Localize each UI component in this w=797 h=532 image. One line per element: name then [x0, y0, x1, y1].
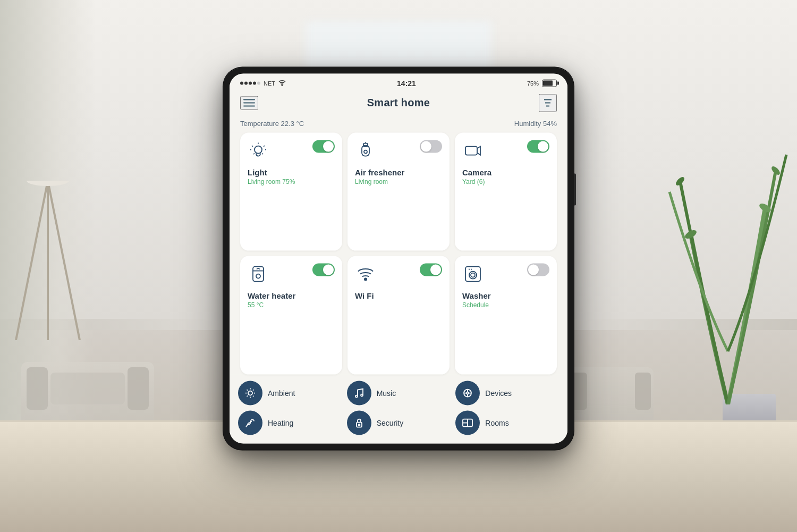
wifi-status-icon: [278, 79, 286, 87]
status-left: NET: [240, 79, 286, 87]
nav-item-rooms[interactable]: Rooms: [455, 410, 559, 435]
ambient-label: Ambient: [268, 389, 295, 397]
svg-point-45: [361, 394, 363, 396]
svg-marker-25: [477, 146, 480, 155]
plant-svg: [659, 128, 797, 404]
water-heater-name: Water heater: [248, 291, 335, 300]
svg-point-35: [248, 391, 252, 395]
wifi-name: Wi Fi: [355, 291, 442, 300]
svg-line-14: [264, 146, 265, 147]
nav-item-devices[interactable]: Devices: [455, 381, 559, 405]
background-chair: [569, 367, 654, 426]
menu-button[interactable]: [240, 96, 258, 109]
water-heater-toggle[interactable]: [312, 264, 335, 276]
washer-name: Washer: [462, 291, 549, 300]
svg-point-3: [27, 181, 69, 186]
air-freshener-detail: Living room: [355, 178, 442, 185]
stats-bar: Temperature 22.3 °C Humidity 54%: [230, 117, 567, 132]
light-toggle[interactable]: [312, 140, 335, 153]
filter-icon: [542, 97, 554, 108]
washer-icon: [462, 264, 484, 285]
svg-line-19: [253, 153, 255, 154]
air-freshener-icon: [355, 140, 376, 161]
security-icon-circle: [347, 410, 371, 435]
device-card-camera[interactable]: Camera Yard (6): [455, 132, 557, 251]
right-plant-area: [659, 128, 797, 436]
svg-point-47: [467, 392, 469, 394]
status-bar: NET 14:21 75%: [230, 73, 567, 90]
device-grid: Light Living room 75%: [230, 132, 567, 374]
svg-point-23: [364, 150, 367, 153]
svg-line-18: [262, 153, 263, 154]
nav-grid: Ambient Music: [238, 381, 559, 435]
card-top-wifi: [355, 264, 442, 285]
device-card-light[interactable]: Light Living room 75%: [240, 132, 342, 251]
tablet-screen: NET 14:21 75%: [230, 73, 567, 443]
card-top-light: [248, 140, 335, 161]
tablet-outer-frame: NET 14:21 75%: [223, 67, 574, 450]
temperature-stat: Temperature 22.3 °C: [240, 119, 304, 127]
tablet-device: NET 14:21 75%: [223, 67, 574, 450]
music-icon: [353, 387, 365, 399]
signal-indicator: [240, 81, 260, 85]
filter-button[interactable]: [539, 94, 557, 112]
ambient-icon-circle: [238, 381, 262, 405]
svg-point-53: [358, 424, 360, 426]
nav-item-heating[interactable]: Heating: [238, 410, 342, 435]
svg-point-8: [282, 85, 283, 86]
heating-label: Heating: [268, 418, 293, 427]
air-freshener-toggle[interactable]: [420, 140, 442, 153]
devices-icon-circle: [455, 381, 480, 405]
tripod-svg: [11, 181, 85, 340]
nav-item-ambient[interactable]: Ambient: [238, 381, 342, 405]
svg-rect-20: [362, 145, 369, 156]
svg-line-0: [16, 181, 48, 340]
rooms-label: Rooms: [485, 418, 508, 427]
washer-toggle[interactable]: [527, 264, 549, 276]
network-label: NET: [264, 80, 275, 86]
nav-item-security[interactable]: Security: [347, 410, 451, 435]
svg-point-32: [471, 273, 475, 277]
devices-label: Devices: [485, 389, 512, 397]
card-top-washer: [462, 264, 549, 285]
air-freshener-name: Air freshener: [355, 167, 442, 176]
camera-icon: [462, 140, 484, 161]
battery-percent: 75%: [527, 80, 539, 86]
svg-rect-21: [363, 143, 368, 146]
app-header: Smart home: [230, 90, 567, 117]
camera-toggle[interactable]: [527, 140, 549, 153]
water-heater-detail: 55 °C: [248, 301, 335, 309]
device-card-air-freshener[interactable]: Air freshener Living room: [347, 132, 450, 251]
water-heater-icon: [248, 264, 269, 285]
device-card-washer[interactable]: Washer Schedule: [455, 256, 557, 374]
rooms-icon: [462, 417, 473, 428]
status-right: 75%: [527, 79, 557, 87]
device-card-wifi[interactable]: Wi Fi: [347, 256, 450, 374]
card-top-camera: [462, 140, 549, 161]
light-detail: Living room 75%: [248, 178, 335, 185]
svg-point-29: [364, 278, 367, 281]
svg-line-42: [247, 395, 248, 396]
card-top-air-freshener: [355, 140, 442, 161]
svg-line-2: [48, 181, 80, 340]
svg-line-43: [253, 390, 254, 391]
background-sofa: [21, 362, 154, 426]
device-card-water-heater[interactable]: Water heater 55 °C: [240, 256, 342, 374]
security-label: Security: [377, 418, 404, 427]
music-label: Music: [377, 389, 396, 397]
music-icon-circle: [347, 381, 371, 405]
heating-icon: [244, 417, 256, 428]
svg-line-40: [247, 390, 248, 391]
svg-line-41: [253, 395, 254, 396]
light-name: Light: [248, 167, 335, 176]
humidity-stat: Humidity 54%: [514, 119, 557, 127]
svg-point-44: [355, 395, 358, 397]
bottom-nav: Ambient Music: [230, 374, 567, 443]
ambient-icon: [244, 387, 256, 399]
nav-item-music[interactable]: Music: [347, 381, 451, 405]
wifi-icon: [355, 264, 376, 285]
app-title: Smart home: [367, 97, 430, 109]
battery-indicator: [542, 79, 557, 87]
wifi-toggle[interactable]: [420, 264, 442, 276]
light-icon: [248, 140, 269, 161]
